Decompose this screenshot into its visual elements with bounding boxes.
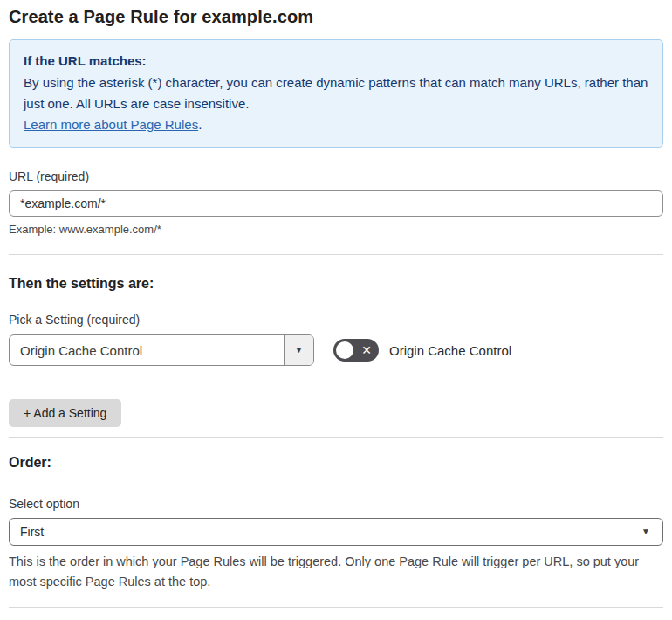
url-input[interactable] bbox=[9, 190, 663, 217]
create-page-rule-form: Create a Page Rule for example.com If th… bbox=[0, 0, 672, 620]
add-setting-button[interactable]: + Add a Setting bbox=[9, 399, 121, 427]
url-match-info-callout: If the URL matches: By using the asteris… bbox=[9, 39, 663, 148]
info-body-text: By using the asterisk (*) character, you… bbox=[24, 72, 648, 114]
origin-cache-control-toggle[interactable]: ✕ bbox=[333, 339, 379, 362]
order-dropdown[interactable]: First ▼ bbox=[9, 518, 663, 546]
order-help-text: This is the order in which your Page Rul… bbox=[9, 552, 663, 592]
toggle-knob bbox=[336, 341, 353, 359]
learn-more-link[interactable]: Learn more about Page Rules bbox=[24, 117, 198, 132]
toggle-label: Origin Cache Control bbox=[389, 343, 511, 358]
setting-dropdown[interactable]: Origin Cache Control ▼ bbox=[9, 334, 314, 366]
settings-section-heading: Then the settings are: bbox=[9, 276, 663, 292]
divider bbox=[9, 437, 663, 438]
info-link-line: Learn more about Page Rules. bbox=[24, 114, 648, 135]
setting-dropdown-arrow-button[interactable]: ▼ bbox=[284, 335, 313, 365]
chevron-down-icon: ▼ bbox=[295, 346, 304, 355]
page-title: Create a Page Rule for example.com bbox=[9, 7, 663, 27]
url-example-text: Example: www.example.com/* bbox=[9, 223, 663, 236]
url-field-label: URL (required) bbox=[9, 169, 663, 183]
toggle-off-x-icon: ✕ bbox=[361, 344, 372, 356]
info-heading: If the URL matches: bbox=[24, 51, 648, 72]
divider bbox=[9, 607, 663, 608]
pick-setting-label: Pick a Setting (required) bbox=[9, 313, 663, 327]
divider bbox=[9, 254, 663, 255]
order-section-heading: Order: bbox=[9, 455, 663, 471]
setting-dropdown-value: Origin Cache Control bbox=[10, 335, 284, 365]
chevron-down-icon: ▼ bbox=[641, 527, 650, 536]
setting-row: Origin Cache Control ▼ ✕ Origin Cache Co… bbox=[9, 334, 663, 366]
link-suffix: . bbox=[198, 117, 202, 132]
order-select-label: Select option bbox=[9, 497, 663, 511]
order-dropdown-value: First bbox=[20, 525, 44, 539]
